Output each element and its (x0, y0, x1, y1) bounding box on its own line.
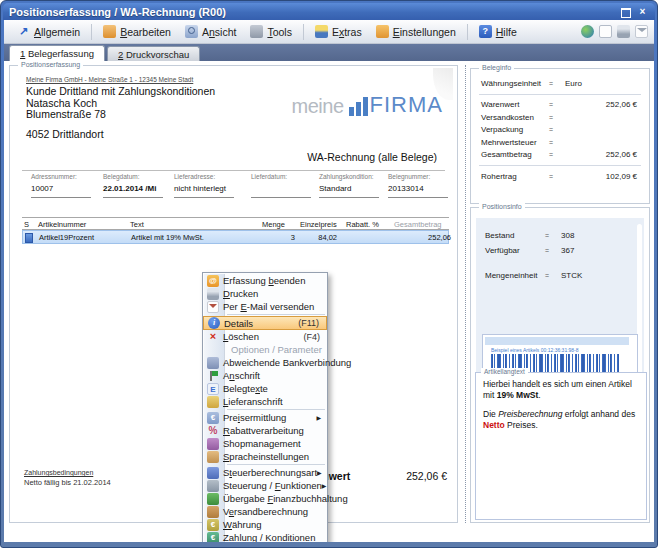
menu-item-belegtexte[interactable]: EBelegtexte (203, 382, 327, 395)
payment-terms-label[interactable]: Zahlungsbedingungen (24, 469, 111, 476)
column-header-s[interactable]: S (24, 220, 29, 229)
menu-einstellungen[interactable]: Einstellungen (369, 22, 463, 41)
menu-item-zahlung-konditionen[interactable]: €Zahlung / Konditionen (203, 531, 327, 542)
sender-line: Meine Firma GmbH - Meine Straße 1 - 1234… (26, 76, 193, 83)
menu-item-abweichende-bankverbindung[interactable]: Abweichende Bankverbindung (203, 356, 327, 369)
table-row[interactable]: Artikel19ProzentArtikel mit 19% MwSt.384… (22, 230, 449, 244)
menu-allgemein[interactable]: ↗Allgemein (10, 22, 87, 41)
settings-icon (376, 25, 389, 38)
info-value: 252,06 € (565, 150, 637, 159)
column-header-gesamtbetrag[interactable]: Gesamtbetrag (394, 220, 442, 229)
menu-item-steuerung-funktionen[interactable]: Steuerung / Funktionen▶ (203, 479, 327, 492)
menu-item-label: Lieferanschrift (223, 396, 283, 407)
menu-item-label: Anschrift (223, 370, 260, 381)
menu-item-preisermittlung[interactable]: €Preisermittlung▶ (203, 411, 327, 424)
equals-glyph: = (549, 139, 565, 146)
menu-bar: ↗AllgemeinBearbeitenAnsichtToolsExtrasEi… (4, 20, 654, 44)
header-divider (22, 170, 445, 171)
restore-window-icon[interactable] (619, 6, 632, 18)
positionsinfo-panel-label: Positionsinfo (479, 203, 525, 210)
column-header-rabatt[interactable]: Rabatt. % (346, 220, 379, 229)
header-field-lieferadresse[interactable]: Lieferadresse:nicht hinterlegt (174, 173, 238, 198)
header-field-belegdatum[interactable]: Belegdatum:22.01.2014 /Mi (103, 173, 167, 198)
payment-icon: € (207, 532, 219, 543)
menu-extras[interactable]: Extras (308, 22, 369, 41)
menu-item-label: Abweichende Bankverbindung (223, 357, 351, 368)
context-menu: @Erfassung beendenDruckenPer E-Mail vers… (202, 272, 328, 542)
field-label: Lieferadresse: (174, 173, 238, 180)
info-value: 308 (561, 231, 633, 240)
menu-item-steuerberechnungsart[interactable]: Steuerberechnungsart▶ (203, 466, 327, 479)
info-row-versandkosten: Versandkosten= (471, 111, 649, 124)
info-row-währungseinheit: Währungseinheit=Euro (471, 77, 649, 90)
cell-menge: 3 (259, 233, 295, 242)
field-value (251, 184, 315, 194)
header-field-adressnummer[interactable]: Adressnummer:10007 (31, 173, 95, 198)
menu-item-lieferanschrift[interactable]: Lieferanschrift (203, 395, 327, 408)
menu-item-anschrift[interactable]: Anschrift (203, 369, 327, 382)
header-field-belegnummer[interactable]: Belegnummer:20133014 (388, 173, 452, 198)
menu-hilfe[interactable]: ?Hilfe (472, 22, 524, 41)
menu-item-details[interactable]: iDetails(F11) (203, 316, 327, 330)
equals-glyph: = (549, 126, 565, 133)
menu-tools[interactable]: Tools (243, 22, 299, 41)
close-window-icon[interactable] (636, 6, 649, 18)
column-header-artikelnummer[interactable]: Artikelnummer (38, 220, 86, 229)
field-value: nicht hinterlegt (174, 184, 238, 194)
header-field-zahlungskondition[interactable]: Zahlungskondition:Standard (319, 173, 383, 198)
shipping-icon (207, 506, 219, 518)
export-icon[interactable] (599, 25, 612, 38)
menu-item-label: Erfassung beenden (223, 275, 305, 286)
menu-bar-buttons: ↗AllgemeinBearbeitenAnsichtToolsExtrasEi… (10, 20, 524, 43)
menu-item-label: Steuerung / Funktionen (223, 480, 322, 491)
menu-item-drucken[interactable]: Drucken (203, 287, 327, 300)
document-type: WA-Rechnung (alle Belege) (307, 151, 437, 163)
tab-2-druckvorschau[interactable]: 2 Druckvorschau (107, 46, 200, 61)
menu-label: Einstellungen (393, 26, 456, 38)
field-value: 10007 (31, 184, 95, 194)
equals-glyph: = (549, 173, 565, 180)
positionsinfo-panel: Positionsinfo Bestand=308Verfügbar=367Me… (470, 207, 650, 523)
menu-item-übergabe-finanzbuchhaltung[interactable]: Übergabe Finanzbuchhaltung (203, 492, 327, 505)
field-underline (174, 197, 234, 198)
info-label: Warenwert (481, 100, 549, 109)
menu-item-spracheinstellungen[interactable]: Spracheinstellungen (203, 450, 327, 463)
equals-glyph: = (549, 114, 565, 121)
logo-word-2: FIRMA (370, 92, 443, 118)
menu-item-label: Details (224, 318, 253, 329)
menu-item-löschen[interactable]: ×Löschen(F4) (203, 330, 327, 343)
field-label: Belegdatum: (103, 173, 167, 180)
globe-icon[interactable] (581, 25, 594, 38)
mail-icon[interactable] (635, 25, 648, 38)
menu-item-erfassung-beenden[interactable]: @Erfassung beenden (203, 274, 327, 287)
tab-1-belegerfassung[interactable]: 1 Belegerfassung (9, 45, 105, 61)
menu-item-label: Belegtexte (223, 383, 268, 394)
extras-icon (315, 25, 328, 38)
submenu-arrow-icon: ▶ (316, 414, 323, 421)
section-divider (479, 165, 641, 166)
field-value: 22.01.2014 /Mi (103, 184, 167, 194)
print-icon[interactable] (617, 25, 630, 38)
text-icon: E (207, 383, 219, 395)
menu-item-per-e-mail-versenden[interactable]: Per E-Mail versenden (203, 300, 327, 313)
column-header-menge[interactable]: Menge (262, 220, 285, 229)
info-row-warenwert: Warenwert=252,06 € (471, 99, 649, 112)
menu-separator (227, 409, 325, 410)
menu-item-label: Rabattverarbeitung (223, 425, 304, 436)
view-icon (185, 25, 198, 38)
menu-item-rabattverarbeitung[interactable]: %Rabattverarbeitung (203, 424, 327, 437)
field-label: Belegnummer: (388, 173, 452, 180)
menu-separator (227, 314, 325, 315)
header-field-lieferdatum[interactable]: Lieferdatum: (251, 173, 315, 198)
menu-label: Bearbeiten (120, 26, 171, 38)
main-area: Positionserfassung Meine Firma GmbH - Me… (4, 61, 654, 542)
column-header-text[interactable]: Text (130, 220, 144, 229)
menu-ansicht[interactable]: Ansicht (178, 22, 243, 41)
menu-bearbeiten[interactable]: Bearbeiten (96, 22, 178, 41)
shop-icon (207, 438, 219, 450)
column-header-einzelpreis[interactable]: Einzelpreis (300, 220, 337, 229)
panel-splitter[interactable] (465, 65, 466, 523)
menu-item-währung[interactable]: €Währung (203, 518, 327, 531)
menu-item-shopmanagement[interactable]: Shopmanagement (203, 437, 327, 450)
menu-item-versandberechnung[interactable]: Versandberechnung (203, 505, 327, 518)
